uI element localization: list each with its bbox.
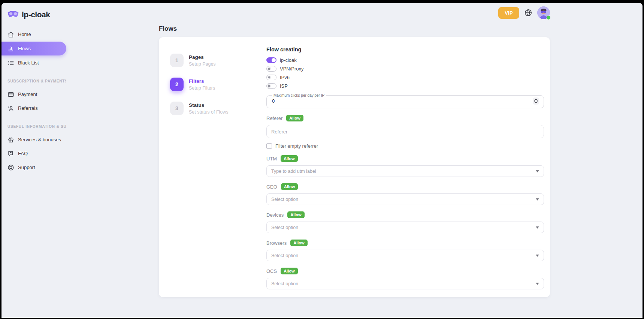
form-title: Flow creating <box>266 46 544 52</box>
number-stepper-icon[interactable] <box>533 97 539 105</box>
browsers-select[interactable]: Select option <box>266 250 544 261</box>
devices-allow-badge[interactable]: Allow <box>287 211 304 218</box>
credit-card-icon <box>7 91 14 98</box>
sidebar-item-label: Referrals <box>18 105 38 111</box>
chevron-down-icon <box>536 226 539 229</box>
referer-label: Referer <box>266 115 282 121</box>
ocs-label: OCS <box>266 268 277 274</box>
brand-name: lp-cloak <box>22 10 50 19</box>
main-area: VIP Flows <box>66 3 643 318</box>
step-pages[interactable]: 1 Pages Setup Pages <box>170 54 255 67</box>
geo-placeholder: Select option <box>271 197 298 202</box>
toggle-label: IPv6 <box>280 75 290 80</box>
lifebuoy-icon <box>7 164 14 171</box>
sidebar-item-payment[interactable]: Payment <box>1 88 66 101</box>
flow-creating-form: Flow creating lp-cloak VPN/Proxy IPv6 <box>255 37 550 297</box>
ocs-select[interactable]: Select option <box>266 278 544 289</box>
ipv6-toggle[interactable] <box>266 75 276 80</box>
flows-stack-icon <box>7 45 14 52</box>
filter-empty-referrer-row[interactable]: Filter empty referrer <box>266 143 544 149</box>
utm-placeholder: Type to add utm label <box>271 169 316 174</box>
geo-label: GEO <box>266 184 277 190</box>
toggle-row-ipv6: IPv6 <box>266 75 544 80</box>
max-clicks-field: Maximum clicks per day per IP <box>266 93 544 108</box>
filter-empty-referrer-checkbox[interactable] <box>266 143 272 149</box>
utm-label-row: UTM Allow <box>266 155 544 162</box>
avatar[interactable] <box>537 6 550 19</box>
vip-button[interactable]: VIP <box>498 7 519 19</box>
sidebar-item-label: Support <box>18 165 35 170</box>
isp-toggle[interactable] <box>266 83 276 89</box>
browsers-placeholder: Select option <box>271 253 298 258</box>
utm-label: UTM <box>266 156 277 162</box>
sidebar-item-label: Flows <box>18 46 31 51</box>
sidebar-item-home[interactable]: Home <box>1 28 66 41</box>
toggle-row-vpn-proxy: VPN/Proxy <box>266 66 544 72</box>
lp-cloak-toggle[interactable] <box>266 57 276 63</box>
mask-icon <box>7 10 19 19</box>
step-status[interactable]: 3 Status Set status of Flows <box>170 102 255 115</box>
step-subtitle: Setup Pages <box>189 61 216 67</box>
sidebar-item-services-bonuses[interactable]: Services & bonuses <box>1 133 66 146</box>
checkbox-label: Filter empty referrer <box>275 143 318 149</box>
sidebar-item-referrals[interactable]: Referrals <box>1 102 66 115</box>
utm-combobox[interactable]: Type to add utm label <box>266 165 544 177</box>
online-status-dot <box>547 16 550 19</box>
sidebar-item-flows[interactable]: Flows <box>1 42 66 55</box>
chevron-down-icon <box>536 283 539 285</box>
ocs-placeholder: Select option <box>271 281 298 286</box>
brand-logo: lp-cloak <box>1 7 66 27</box>
flow-card: 1 Pages Setup Pages 2 Filters Setup Filt… <box>159 37 550 297</box>
toggle-label: lp-cloak <box>280 57 297 63</box>
vpn-proxy-toggle[interactable] <box>266 66 276 72</box>
step-number: 1 <box>170 54 184 67</box>
globe-icon[interactable] <box>524 9 532 17</box>
toggle-row-lp-cloak: lp-cloak <box>266 57 544 63</box>
chevron-down-icon <box>536 170 539 172</box>
max-clicks-label: Maximum clicks per day per IP <box>272 93 326 97</box>
devices-label: Devices <box>266 212 284 218</box>
referer-input[interactable] <box>266 125 544 138</box>
step-subtitle: Setup Filters <box>189 85 215 91</box>
browsers-label: Browsers <box>266 240 287 246</box>
sidebar-item-faq[interactable]: FAQ <box>1 147 66 160</box>
step-title: Filters <box>189 78 215 84</box>
gift-icon <box>7 136 14 143</box>
step-number: 3 <box>170 102 184 115</box>
toggle-label: VPN/Proxy <box>280 66 304 72</box>
sidebar-item-label: Home <box>18 31 31 37</box>
devices-placeholder: Select option <box>271 225 298 230</box>
devices-select[interactable]: Select option <box>266 222 544 233</box>
referral-user-icon <box>7 105 14 112</box>
browsers-allow-badge[interactable]: Allow <box>290 240 307 246</box>
referer-allow-badge[interactable]: Allow <box>286 115 303 121</box>
geo-select[interactable]: Select option <box>266 193 544 205</box>
ocs-allow-badge[interactable]: Allow <box>281 268 297 274</box>
sidebar-item-label: FAQ <box>18 151 28 156</box>
list-icon <box>7 60 14 66</box>
step-filters[interactable]: 2 Filters Setup Filters <box>170 78 255 91</box>
sidebar-item-black-list[interactable]: Black List <box>1 56 66 69</box>
geo-allow-badge[interactable]: Allow <box>281 183 298 190</box>
sidebar-item-label: Payment <box>18 91 37 97</box>
home-icon <box>7 31 14 38</box>
step-title: Pages <box>189 54 216 60</box>
step-title: Status <box>189 102 229 108</box>
faq-bubble-icon <box>7 150 14 157</box>
geo-label-row: GEO Allow <box>266 183 544 190</box>
devices-label-row: Devices Allow <box>266 211 544 218</box>
max-clicks-input[interactable] <box>271 98 346 104</box>
sidebar-item-label: Services & bonuses <box>18 137 61 142</box>
page-title: Flows <box>159 25 550 33</box>
toggle-label: ISP <box>280 83 288 89</box>
sidebar: lp-cloak Home Flows Black List SUBSCRIPT… <box>1 3 66 318</box>
step-subtitle: Set status of Flows <box>189 109 229 115</box>
sidebar-section-subscription: SUBSCRIPTION & PAYMENTS <box>1 70 66 87</box>
sidebar-section-useful: USEFUL INFORMATION & SUPPORT <box>1 115 66 132</box>
sidebar-item-label: Black List <box>18 60 39 66</box>
ocs-label-row: OCS Allow <box>266 268 544 274</box>
toggle-row-isp: ISP <box>266 83 544 89</box>
topbar: VIP <box>159 3 550 20</box>
utm-allow-badge[interactable]: Allow <box>281 155 297 162</box>
sidebar-item-support[interactable]: Support <box>1 161 66 174</box>
